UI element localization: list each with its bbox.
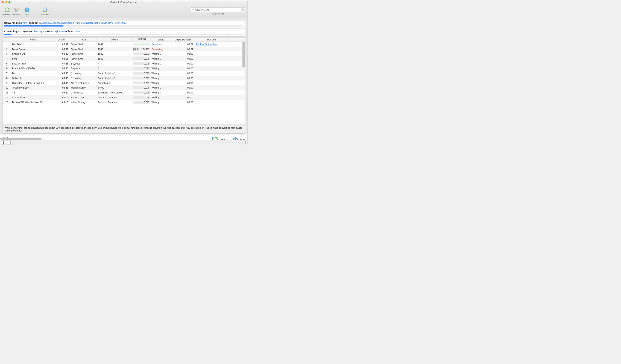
cell-artist: A-Mei Chang — [70, 101, 97, 104]
search-label: Search Song — [212, 13, 224, 15]
cell-index: 10 — [3, 86, 11, 90]
cell-remarks — [195, 73, 229, 74]
col-name[interactable]: Name — [11, 38, 55, 42]
cell-album: Back of My Lac' — [97, 76, 133, 80]
cell-output-duration: 00:00 — [171, 62, 195, 65]
cell-progress: 0.0% — [133, 95, 151, 99]
svg-line-4 — [194, 10, 194, 11]
cell-status: Waiting... — [150, 62, 171, 65]
toolbar: Refresh Options ? Help Convert — [0, 4, 247, 18]
search-input[interactable] — [195, 8, 241, 11]
help-button[interactable]: ? Help — [22, 5, 32, 17]
convert-icon — [42, 7, 48, 13]
col-progress[interactable]: Progress — [133, 38, 151, 42]
table-row[interactable]: 2Blank Space03:52Taylor Swift198924.7%Co… — [3, 47, 245, 52]
cell-remarks — [195, 63, 229, 64]
col-index[interactable] — [3, 38, 11, 42]
col-remarks[interactable]: Remarks — [195, 38, 229, 42]
col-status[interactable]: Status — [150, 38, 171, 42]
cell-name: Love On Top — [11, 62, 55, 65]
table-row[interactable]: 13Do You Still Want to Love Me06:15A-Mei… — [3, 100, 245, 105]
cell-progress: 0.0% — [133, 81, 151, 85]
table-row[interactable]: 9Okay (feat. Lil Jon, Lil Jon, Lil...04:… — [3, 81, 245, 86]
cell-remarks — [195, 68, 229, 69]
cell-album: 4 — [97, 62, 133, 65]
clear-search-icon[interactable]: ✕ — [241, 8, 244, 11]
cell-album: Faces of Paranoia — [97, 96, 133, 99]
explore-output-link[interactable]: Explore Output File — [196, 43, 217, 46]
cell-remarks — [195, 97, 229, 98]
cell-artist: Nivea featuring L... — [70, 81, 97, 85]
col-album[interactable]: Album — [97, 38, 133, 42]
table-row[interactable]: 12Autosadism05:12A-Mei ChangFaces of Par… — [3, 95, 245, 100]
refresh-label: Refresh — [3, 13, 11, 16]
search-box[interactable]: ✕ — [190, 7, 245, 12]
table-row[interactable]: 10Touch My Body03:25Mariah CareyE=MC²0.0… — [3, 85, 245, 90]
cell-artist: Mariah Carey — [70, 86, 97, 90]
cell-duration: 04:43 — [55, 81, 70, 85]
cell-name: Bad Blood — [11, 42, 55, 46]
track-progress-bar — [4, 34, 243, 35]
cell-status: Converting... — [150, 47, 171, 51]
table-row[interactable]: 11You03:22Chris BrownExclusive (The Fore… — [3, 90, 245, 95]
cell-output-duration: 00:00 — [171, 91, 195, 94]
cell-artist: Beyoncé — [70, 62, 97, 65]
table-row[interactable]: 6Run the World (Girls)03:58Beyoncé40.0%W… — [3, 66, 245, 71]
cell-name: Okay (feat. Lil Jon, Lil Jon, Lil... — [11, 81, 55, 85]
cell-name: Bed — [11, 72, 55, 75]
cell-duration: 03:39 — [55, 52, 70, 56]
cell-artist: A-Mei Chang — [70, 96, 97, 99]
cell-name: Suffocate — [11, 76, 55, 80]
table-row[interactable]: 3Shake It Off03:39Taylor Swift19890.0%Wa… — [3, 51, 245, 56]
help-icon: ? — [24, 7, 30, 13]
cell-album: Complicated — [97, 81, 133, 85]
cell-index: 12 — [3, 96, 11, 99]
refresh-button[interactable]: Refresh — [2, 5, 12, 17]
cell-output-duration: 00:00 — [171, 67, 195, 70]
cell-duration: 03:58 — [55, 67, 70, 70]
options-button[interactable]: Options — [12, 5, 22, 17]
cell-album: 1989 — [97, 47, 133, 51]
table-row[interactable]: 1Bad Blood03:32Taylor Swift1989100.0%Com… — [3, 42, 245, 47]
horizontal-scrollbar[interactable] — [0, 138, 42, 140]
cell-duration: 03:25 — [55, 86, 70, 90]
vertical-scrollbar[interactable] — [242, 42, 245, 67]
col-output-duration[interactable]: Output Duration — [171, 38, 195, 42]
overall-status-line: Converting: ( 24.74% ) Output File: /Use… — [4, 21, 243, 24]
bottom-button-2[interactable]: || — [7, 140, 12, 145]
notice-text: While converting, the application will u… — [2, 125, 245, 133]
cell-remarks — [195, 58, 229, 59]
col-artist[interactable]: Artist — [70, 38, 97, 42]
table-row[interactable]: 5Love On Top04:28Beyoncé40.0%Waiting...0… — [3, 61, 245, 66]
cell-artist: Taylor Swift — [70, 52, 97, 56]
table-row[interactable]: 7Bed04:35J. HolidayBack of My Lac'0.0%Wa… — [3, 71, 245, 76]
cell-index: 1 — [3, 42, 11, 46]
cell-progress: 0.0% — [133, 62, 151, 66]
cell-name: Autosadism — [11, 96, 55, 99]
resize-grip-icon[interactable]: ||| — [242, 141, 247, 143]
cell-artist: Chris Brown — [70, 91, 97, 94]
cell-duration: 03:22 — [55, 91, 70, 94]
table-row[interactable]: 4Style03:51Taylor Swift19890.0%Waiting..… — [3, 56, 245, 61]
cell-index: 9 — [3, 81, 11, 85]
convert-button[interactable]: Convert — [39, 5, 51, 17]
cell-index: 8 — [3, 76, 11, 80]
bottom-button-1[interactable]: | — [1, 140, 6, 145]
cell-output-duration: 00:00 — [171, 76, 195, 80]
cell-progress: 0.0% — [133, 76, 151, 80]
col-duration[interactable]: Duration — [55, 38, 70, 42]
cell-name: You — [11, 91, 55, 94]
help-label: Help — [25, 13, 29, 16]
cell-duration: 04:28 — [55, 62, 70, 65]
cell-artist: Taylor Swift — [70, 47, 97, 51]
table-body[interactable]: 1Bad Blood03:32Taylor Swift1989100.0%Com… — [3, 42, 245, 124]
cell-output-duration: 00:00 — [171, 57, 195, 61]
cell-duration: 03:40 — [55, 76, 70, 80]
table-row[interactable]: 8Suffocate03:40J. HolidayBack of My Lac'… — [3, 76, 245, 81]
table-header: Name Duration Artist Album Progress Stat… — [3, 38, 245, 42]
refresh-icon — [4, 7, 10, 13]
titlebar: Ondesoft iTunes Converter — [0, 0, 247, 4]
svg-rect-0 — [14, 8, 17, 11]
cell-name: Touch My Body — [11, 86, 55, 90]
songs-table: Name Duration Artist Album Progress Stat… — [2, 37, 245, 124]
